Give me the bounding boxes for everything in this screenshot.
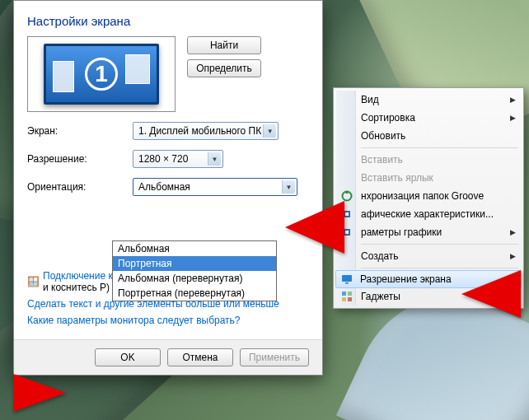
chevron-down-icon: ▼ [208, 152, 221, 166]
cancel-button[interactable]: Отмена [167, 348, 233, 366]
monitor-icon [341, 273, 353, 285]
screen-label: Экран: [27, 125, 126, 137]
svg-marker-12 [461, 270, 521, 318]
chevron-down-icon: ▼ [263, 124, 276, 138]
display-settings-dialog: Настройки экрана 1 Найти Определить Экра… [13, 0, 323, 376]
monitor-number: 1 [85, 58, 118, 91]
menu-view[interactable]: Вид ▶ [336, 91, 521, 109]
identify-button[interactable]: Определить [187, 59, 261, 77]
resolution-select[interactable]: 1280 × 720 ▼ [133, 150, 223, 168]
dialog-title: Настройки экрана [27, 14, 309, 28]
svg-rect-6 [345, 282, 349, 284]
orientation-label: Ориентация: [27, 181, 126, 193]
orientation-option[interactable]: Альбомная (перевернутая) [113, 271, 276, 286]
apply-button[interactable]: Применить [240, 348, 309, 366]
svg-rect-10 [348, 297, 352, 301]
menu-graphics-properties[interactable]: афические характеристики... [336, 205, 521, 223]
svg-rect-7 [342, 292, 346, 296]
orientation-option[interactable]: Портретная (перевернутая) [113, 286, 276, 301]
annotation-arrow-icon [12, 369, 69, 417]
monitor-help-link[interactable]: Какие параметры монитора следует выбрать… [27, 315, 309, 326]
monitor-preview-box: 1 [27, 36, 176, 112]
submenu-arrow-icon: ▶ [510, 252, 516, 260]
monitor-thumbnail[interactable]: 1 [44, 44, 159, 105]
menu-groove-sync[interactable]: нхронизация папок Groove [336, 187, 521, 205]
annotation-arrow-icon [280, 194, 346, 260]
orientation-select[interactable]: Альбомная ▼ [133, 178, 297, 196]
svg-rect-8 [348, 292, 352, 296]
gadgets-icon [341, 291, 353, 302]
menu-paste: Вставить [336, 151, 521, 169]
orientation-dropdown-list: Альбомная Портретная Альбомная (переверн… [112, 240, 277, 301]
chevron-down-icon: ▼ [282, 180, 295, 194]
menu-sort[interactable]: Сортировка ▶ [336, 109, 521, 127]
annotation-arrow-icon [456, 265, 522, 323]
orientation-option[interactable]: Альбомная [113, 241, 276, 256]
resolution-label: Разрешение: [27, 153, 126, 165]
submenu-arrow-icon: ▶ [510, 228, 516, 236]
menu-new[interactable]: Создать ▶ [336, 247, 521, 265]
svg-rect-5 [342, 275, 352, 282]
svg-marker-13 [13, 374, 66, 412]
submenu-arrow-icon: ▶ [510, 96, 516, 104]
menu-paste-shortcut: Вставить ярлык [336, 169, 521, 187]
svg-marker-11 [285, 201, 344, 254]
screen-select[interactable]: 1. Дисплей мобильного ПК ▼ [133, 122, 279, 140]
svg-rect-9 [342, 297, 346, 301]
orientation-option[interactable]: Портретная [113, 256, 276, 271]
ok-button[interactable]: OK [95, 348, 161, 366]
menu-graphics-params[interactable]: раметры графики ▶ [336, 223, 521, 241]
submenu-arrow-icon: ▶ [510, 114, 516, 122]
menu-refresh[interactable]: Обновить [336, 127, 521, 145]
find-button[interactable]: Найти [187, 36, 261, 54]
